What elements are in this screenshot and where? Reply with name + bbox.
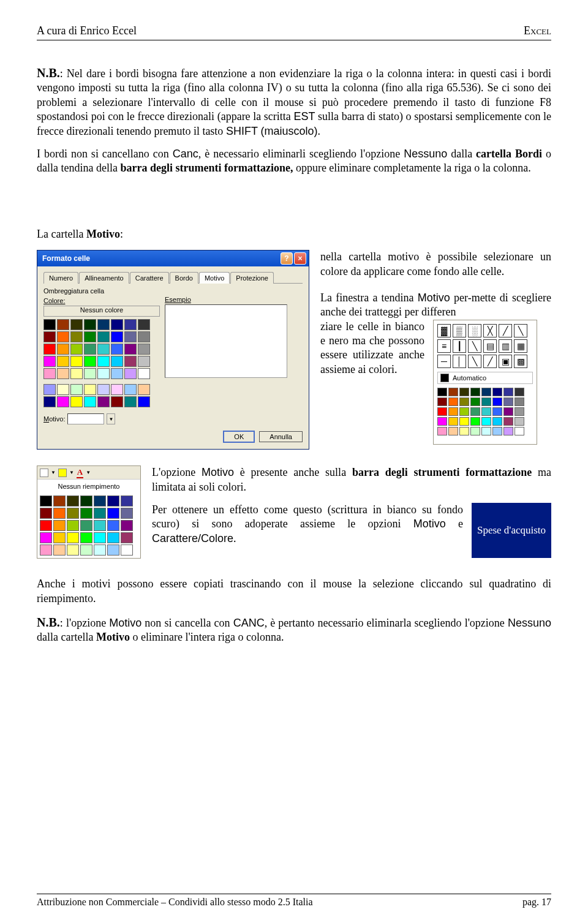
tab-motivo[interactable]: Motivo (199, 272, 230, 284)
color-swatch[interactable] (70, 319, 83, 330)
color-swatch[interactable] (492, 388, 502, 396)
color-swatch[interactable] (437, 427, 447, 435)
color-swatch[interactable] (40, 532, 52, 543)
color-swatch[interactable] (97, 368, 110, 379)
color-swatch[interactable] (57, 396, 69, 407)
nessun-riempimento-button[interactable]: Nessun riempimento (37, 480, 140, 493)
color-swatch[interactable] (514, 388, 524, 396)
color-swatch[interactable] (67, 508, 79, 519)
color-swatch[interactable] (448, 417, 458, 426)
color-swatch[interactable] (53, 532, 66, 543)
color-swatch[interactable] (94, 495, 106, 507)
color-swatch[interactable] (503, 417, 513, 426)
color-swatch[interactable] (111, 384, 123, 395)
color-swatch[interactable] (57, 319, 69, 330)
color-swatch[interactable] (111, 368, 123, 379)
color-swatch[interactable] (437, 407, 447, 416)
color-swatch[interactable] (503, 388, 513, 396)
ok-button[interactable]: OK (223, 431, 255, 443)
hatch-swatch[interactable]: ▒ (453, 324, 466, 337)
color-swatch[interactable] (84, 344, 96, 355)
color-swatch[interactable] (514, 397, 524, 406)
color-swatch[interactable] (514, 407, 524, 416)
color-swatch[interactable] (448, 407, 458, 416)
color-swatch[interactable] (138, 344, 150, 355)
color-swatch[interactable] (107, 544, 119, 556)
color-swatch[interactable] (57, 344, 69, 355)
color-swatch[interactable] (107, 495, 119, 507)
automatic-button[interactable]: Automatico (437, 372, 533, 384)
hatch-swatch[interactable]: ╱ (483, 355, 497, 368)
color-swatch[interactable] (67, 532, 79, 543)
color-swatch[interactable] (138, 331, 150, 342)
color-swatch[interactable] (121, 520, 133, 531)
color-swatch[interactable] (57, 331, 69, 342)
hatch-swatch[interactable]: │ (453, 355, 466, 368)
color-swatch[interactable] (121, 532, 133, 543)
color-swatch[interactable] (70, 344, 83, 355)
pattern-dropdown[interactable]: ▓▒░╳╱╲≡┃╲▤▥▦─│╲╱▣▩ Automatico (433, 320, 537, 445)
color-swatch[interactable] (67, 544, 79, 556)
hatch-swatch[interactable]: ╲ (514, 324, 527, 337)
hatch-swatch[interactable]: ▤ (483, 339, 497, 353)
color-swatch[interactable] (481, 388, 491, 396)
color-swatch[interactable] (97, 384, 110, 395)
fill-color-palette[interactable] (37, 493, 140, 558)
tab-numero[interactable]: Numero (43, 272, 78, 284)
color-swatch[interactable] (43, 344, 56, 355)
color-swatch[interactable] (84, 356, 96, 367)
color-swatch[interactable] (492, 427, 502, 435)
color-swatch[interactable] (448, 388, 458, 396)
color-swatch[interactable] (448, 397, 458, 406)
hatch-swatch[interactable]: ▣ (499, 355, 512, 368)
color-swatch[interactable] (67, 495, 79, 507)
color-swatch[interactable] (80, 508, 92, 519)
color-swatch[interactable] (481, 397, 491, 406)
hatch-grid[interactable]: ▓▒░╳╱╲≡┃╲▤▥▦─│╲╱▣▩ (437, 324, 533, 368)
color-swatch[interactable] (111, 331, 123, 342)
color-swatch[interactable] (492, 397, 502, 406)
color-swatch[interactable] (70, 331, 83, 342)
tab-allineamento[interactable]: Allineamento (79, 272, 129, 284)
color-swatch[interactable] (40, 495, 52, 507)
border-icon[interactable] (40, 469, 48, 477)
color-palette-40[interactable] (43, 319, 160, 379)
color-swatch[interactable] (470, 407, 480, 416)
color-swatch[interactable] (459, 397, 469, 406)
color-swatch[interactable] (121, 495, 133, 507)
hatch-swatch[interactable]: ╱ (499, 324, 512, 337)
color-swatch[interactable] (40, 520, 52, 531)
color-swatch[interactable] (481, 417, 491, 426)
color-swatch[interactable] (111, 356, 123, 367)
color-swatch[interactable] (97, 356, 110, 367)
color-swatch[interactable] (138, 396, 150, 407)
fill-dropdown[interactable]: ▼ ▼ A▼ Nessun riempimento (37, 465, 141, 559)
dialog-titlebar[interactable]: Formato celle ? × (37, 251, 309, 266)
nessun-colore-button[interactable]: Nessun colore (43, 306, 160, 317)
motivo-select[interactable] (67, 413, 104, 424)
color-swatch[interactable] (121, 508, 133, 519)
color-swatch[interactable] (111, 344, 123, 355)
close-icon[interactable]: × (294, 252, 306, 265)
color-swatch[interactable] (53, 508, 66, 519)
color-swatch[interactable] (111, 319, 123, 330)
color-swatch[interactable] (124, 368, 137, 379)
color-swatch[interactable] (57, 384, 69, 395)
color-swatch[interactable] (437, 397, 447, 406)
color-swatch[interactable] (97, 319, 110, 330)
color-swatch[interactable] (57, 356, 69, 367)
color-swatch[interactable] (138, 384, 150, 395)
hatch-swatch[interactable]: ░ (468, 324, 481, 337)
color-swatch[interactable] (138, 356, 150, 367)
color-swatch[interactable] (138, 319, 150, 330)
color-swatch[interactable] (492, 417, 502, 426)
color-swatch[interactable] (43, 331, 56, 342)
color-swatch[interactable] (111, 396, 123, 407)
color-swatch[interactable] (481, 427, 491, 435)
color-swatch[interactable] (470, 388, 480, 396)
chevron-down-icon[interactable]: ▼ (107, 413, 115, 424)
color-swatch[interactable] (43, 356, 56, 367)
color-swatch[interactable] (459, 427, 469, 435)
color-swatch[interactable] (80, 495, 92, 507)
color-swatch[interactable] (43, 396, 56, 407)
